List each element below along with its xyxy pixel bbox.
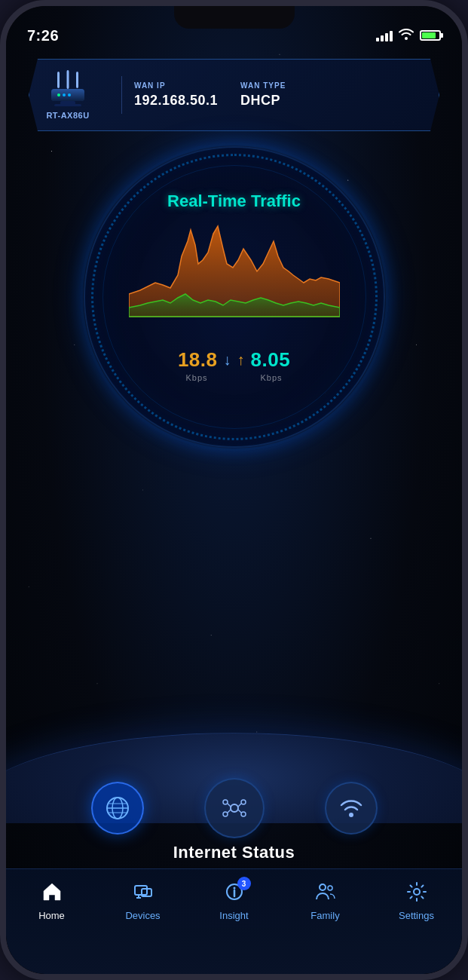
svg-point-19 bbox=[241, 800, 246, 804]
traffic-circle: Real-Time Traffic bbox=[76, 139, 393, 455]
main-content: Real-Time Traffic bbox=[6, 146, 462, 455]
download-value: 18.8 bbox=[178, 348, 218, 372]
router-card[interactable]: RT-AX86U WAN IP 192.168.50.1 WAN TYPE DH… bbox=[29, 59, 439, 131]
wan-ip-label: WAN IP bbox=[134, 81, 218, 90]
nav-item-insight[interactable]: 3 Insight bbox=[188, 881, 280, 921]
status-icons bbox=[376, 28, 441, 43]
bottom-icons-row bbox=[6, 778, 462, 838]
settings-icon bbox=[406, 881, 427, 902]
router-icon-area: RT-AX86U bbox=[41, 70, 94, 120]
upload-arrow-icon: ↑ bbox=[237, 351, 245, 369]
globe-icon bbox=[104, 795, 131, 822]
wifi-status-icon bbox=[399, 28, 414, 43]
wifi-icon bbox=[338, 795, 365, 822]
svg-point-33 bbox=[320, 884, 326, 890]
wan-info: WAN IP 192.168.50.1 WAN TYPE DHCP bbox=[134, 81, 286, 109]
insight-icon-wrapper: 3 bbox=[224, 881, 245, 905]
internet-status-label: Internet Status bbox=[6, 843, 462, 862]
upload-unit: Kbps bbox=[261, 373, 283, 382]
traffic-title: Real-Time Traffic bbox=[167, 191, 301, 211]
phone-frame: 7:26 bbox=[0, 0, 468, 980]
nav-home-label: Home bbox=[38, 910, 65, 921]
svg-point-18 bbox=[223, 800, 228, 804]
svg-point-32 bbox=[233, 887, 235, 890]
nav-insight-label: Insight bbox=[219, 910, 248, 921]
svg-point-34 bbox=[328, 886, 332, 890]
nav-settings-label: Settings bbox=[399, 910, 434, 921]
traffic-inner: Real-Time Traffic bbox=[114, 191, 355, 403]
svg-point-35 bbox=[414, 889, 420, 895]
family-icon-wrapper bbox=[315, 881, 336, 905]
battery-icon bbox=[420, 30, 441, 41]
home-icon bbox=[41, 881, 63, 902]
home-icon-wrapper bbox=[41, 881, 63, 905]
svg-line-25 bbox=[238, 810, 241, 813]
signal-bar-1 bbox=[376, 38, 379, 41]
svg-rect-1 bbox=[67, 70, 69, 89]
wan-type-label: WAN TYPE bbox=[240, 81, 286, 90]
insight-badge: 3 bbox=[237, 877, 251, 890]
svg-rect-9 bbox=[54, 104, 81, 106]
settings-icon-wrapper bbox=[406, 881, 427, 905]
svg-point-6 bbox=[63, 93, 66, 96]
signal-bar-4 bbox=[390, 31, 393, 41]
nav-family-label: Family bbox=[310, 910, 339, 921]
svg-point-17 bbox=[231, 804, 238, 812]
svg-point-26 bbox=[349, 813, 353, 817]
wan-ip-value: 192.168.50.1 bbox=[134, 93, 218, 109]
phone-screen: 7:26 bbox=[6, 6, 462, 974]
download-unit: Kbps bbox=[185, 373, 207, 382]
svg-line-24 bbox=[228, 810, 231, 813]
router-icon bbox=[45, 70, 90, 108]
download-arrow-icon: ↓ bbox=[224, 351, 231, 369]
nav-item-devices[interactable]: Devices bbox=[97, 881, 188, 921]
signal-strength-icon bbox=[376, 29, 393, 41]
svg-point-5 bbox=[57, 93, 60, 96]
wan-type-value: DHCP bbox=[240, 93, 286, 109]
devices-icon-wrapper bbox=[133, 881, 154, 905]
family-icon bbox=[315, 881, 336, 902]
wan-type-block: WAN TYPE DHCP bbox=[240, 81, 286, 109]
battery-fill bbox=[422, 32, 436, 38]
stat-units: Kbps Kbps bbox=[185, 373, 282, 382]
network-icon bbox=[219, 793, 249, 823]
signal-bar-2 bbox=[381, 35, 384, 41]
card-divider bbox=[121, 76, 122, 114]
svg-point-7 bbox=[68, 93, 71, 96]
wifi-settings-button[interactable] bbox=[325, 782, 378, 835]
wan-ip-block: WAN IP 192.168.50.1 bbox=[134, 81, 218, 109]
nav-item-home[interactable]: Home bbox=[6, 881, 97, 921]
svg-point-20 bbox=[223, 812, 228, 816]
svg-point-21 bbox=[241, 812, 246, 816]
traffic-stats: 18.8 ↓ ↑ 8.05 bbox=[178, 348, 290, 372]
network-map-button[interactable] bbox=[204, 778, 265, 838]
notch bbox=[174, 6, 295, 29]
svg-line-22 bbox=[228, 804, 231, 807]
upload-value: 8.05 bbox=[251, 348, 291, 372]
svg-line-23 bbox=[238, 804, 241, 807]
signal-bar-3 bbox=[385, 33, 388, 41]
nav-item-family[interactable]: Family bbox=[280, 881, 371, 921]
nav-devices-label: Devices bbox=[125, 910, 160, 921]
bottom-nav: Home Devices bbox=[6, 868, 462, 974]
svg-rect-0 bbox=[57, 72, 60, 88]
internet-status-button[interactable] bbox=[91, 782, 144, 835]
nav-item-settings[interactable]: Settings bbox=[371, 881, 462, 921]
svg-rect-2 bbox=[76, 72, 78, 88]
chart-area bbox=[129, 219, 340, 339]
status-time: 7:26 bbox=[27, 27, 59, 44]
router-name: RT-AX86U bbox=[46, 111, 89, 120]
devices-icon bbox=[133, 881, 154, 902]
traffic-chart bbox=[129, 219, 340, 339]
